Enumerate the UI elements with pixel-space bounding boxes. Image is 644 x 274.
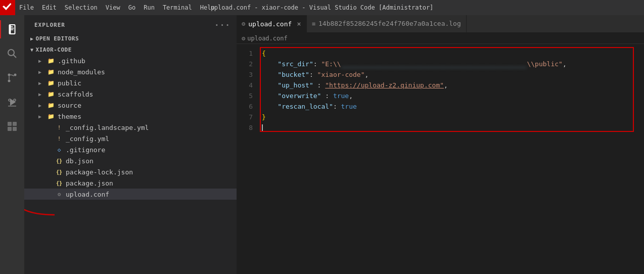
svg-rect-14	[13, 127, 17, 131]
svg-point-3	[8, 50, 14, 56]
code-editor[interactable]: 1 2 3 4 5 6 7 8 { "src_dir": "E:\\______…	[237, 44, 644, 274]
svg-line-4	[14, 55, 17, 58]
explorer-title: EXPLORER	[34, 22, 65, 28]
menu-selection[interactable]: Selection	[61, 0, 102, 15]
tabs-bar: ⚙ upload.conf × ≡ 14b882f85286245fe24f76…	[237, 15, 644, 33]
yaml-icon: !	[55, 134, 64, 143]
activity-bar	[0, 15, 24, 274]
sidebar: EXPLORER ··· ▶ OPEN EDITORS ▼ XIAOR-CODE…	[24, 15, 237, 274]
tree-item-label: scaffolds	[58, 90, 237, 98]
editor-area: ⚙ upload.conf × ≡ 14b882f85286245fe24f76…	[237, 15, 644, 274]
sidebar-header: EXPLORER ···	[24, 15, 237, 33]
menu-run[interactable]: Run	[140, 0, 159, 15]
tree-item-themes[interactable]: ▶ 📁 themes	[24, 111, 237, 122]
svg-point-6	[8, 80, 11, 82]
tree-item-node-modules[interactable]: ▶ 📁 node_modules	[24, 66, 237, 77]
code-line-7: }	[262, 112, 644, 122]
menu-edit[interactable]: Edit	[38, 0, 61, 15]
sidebar-more-button[interactable]: ···	[214, 20, 231, 30]
open-editors-section[interactable]: ▶ OPEN EDITORS	[24, 33, 237, 44]
svg-rect-11	[8, 122, 12, 126]
open-editors-label: OPEN EDITORS	[36, 35, 79, 42]
tab-upload-conf[interactable]: ⚙ upload.conf ×	[237, 15, 307, 32]
breadcrumb-icon: ⚙	[242, 35, 245, 42]
menu-help[interactable]: Help	[196, 0, 219, 15]
vscode-logo	[0, 0, 15, 15]
menu-go[interactable]: Go	[124, 0, 140, 15]
activity-source-control[interactable]	[0, 66, 24, 90]
code-line-1: {	[262, 48, 644, 59]
title-bar: File Edit Selection View Go Run Terminal…	[0, 0, 644, 15]
activity-extensions[interactable]	[0, 114, 24, 139]
main-layout: EXPLORER ··· ▶ OPEN EDITORS ▼ XIAOR-CODE…	[0, 15, 644, 274]
xiaor-code-label: XIAOR-CODE	[36, 47, 72, 53]
folder-arrow: ▶	[38, 80, 47, 86]
tree-item-upload-conf[interactable]: ⚙ upload.conf	[24, 189, 237, 200]
tree-item-config-landscape[interactable]: ! _config.landscape.yml	[24, 122, 237, 133]
breadcrumb-path: upload.conf	[247, 35, 287, 42]
code-line-3: "bucket": "xiaor-code",	[262, 69, 644, 80]
tree-item-source[interactable]: ▶ 📁 source	[24, 100, 237, 111]
tab-log-file[interactable]: ≡ 14b882f85286245fe24f760e7a0a1cea.log	[307, 15, 467, 32]
code-content: { "src_dir": "E:\\______________________…	[257, 44, 644, 274]
tab-close-button[interactable]: ×	[297, 20, 301, 28]
conf-icon: ⚙	[55, 190, 64, 198]
code-line-4: "up_host" : "https://upload-z2.qiniup.co…	[262, 80, 644, 90]
svg-rect-13	[8, 127, 12, 131]
tree-item-package-lock[interactable]: {} package-lock.json	[24, 166, 237, 177]
window-title: upload.conf - xiaor-code - Visual Studio…	[211, 4, 434, 11]
tree-item-config-yml[interactable]: ! _config.yml	[24, 133, 237, 144]
tree-item-label: .gitignore	[66, 146, 237, 154]
xiaor-code-arrow: ▼	[30, 47, 34, 53]
code-line-8	[262, 122, 644, 133]
code-line-6: "rescan_local": true	[262, 101, 644, 112]
svg-point-10	[14, 99, 16, 101]
json-icon: {}	[55, 179, 64, 187]
tree-item-label: themes	[58, 113, 237, 120]
tree-item-gitignore[interactable]: ◇ .gitignore	[24, 144, 237, 155]
tab-label: 14b882f85286245fe24f760e7a0a1cea.log	[318, 20, 461, 27]
breadcrumb: ⚙ upload.conf	[237, 33, 644, 44]
tree-item-public[interactable]: ▶ 📁 public	[24, 77, 237, 88]
menu-view[interactable]: View	[102, 0, 124, 15]
activity-search[interactable]	[0, 41, 24, 66]
tree-item-label: source	[58, 102, 237, 109]
folder-arrow: ▶	[38, 58, 47, 64]
folder-icon: 📁	[47, 57, 56, 65]
code-line-5: "overwrite" : true,	[262, 90, 644, 101]
tab-label: upload.conf	[248, 20, 292, 28]
folder-icon: 📁	[47, 101, 56, 109]
activity-explorer[interactable]	[0, 17, 24, 41]
tree-section: ▶ OPEN EDITORS ▼ XIAOR-CODE ▶ 📁 .github …	[24, 33, 237, 274]
spacer	[24, 200, 237, 225]
tree-item-github[interactable]: ▶ 📁 .github	[24, 55, 237, 66]
code-line-2: "src_dir": "E:\\________________________…	[262, 59, 644, 69]
tree-item-scaffolds[interactable]: ▶ 📁 scaffolds	[24, 88, 237, 100]
json-icon: {}	[55, 168, 64, 176]
tree-item-package-json[interactable]: {} package.json	[24, 177, 237, 189]
svg-rect-1	[11, 28, 14, 29]
menu-terminal[interactable]: Terminal	[159, 0, 196, 15]
tree-item-label: package-lock.json	[66, 168, 237, 176]
xiaor-code-section[interactable]: ▼ XIAOR-CODE	[24, 44, 237, 55]
open-editors-arrow: ▶	[30, 36, 34, 41]
tree-item-label: upload.conf	[66, 191, 237, 198]
folder-arrow: ▶	[38, 69, 47, 75]
activity-run-debug[interactable]	[0, 90, 24, 114]
menu-file[interactable]: File	[15, 0, 38, 15]
tab-conf-icon: ⚙	[242, 20, 245, 27]
svg-rect-0	[11, 26, 13, 27]
folder-arrow: ▶	[38, 92, 47, 97]
svg-point-7	[14, 74, 17, 76]
folder-icon: 📁	[47, 90, 56, 98]
tree-item-label: _config.landscape.yml	[66, 124, 237, 131]
folder-icon: 📁	[47, 68, 56, 76]
gitignore-icon: ◇	[55, 146, 64, 154]
tree-item-label: _config.yml	[66, 135, 237, 143]
json-icon: {}	[55, 157, 64, 165]
svg-rect-2	[11, 29, 14, 30]
svg-point-5	[8, 74, 11, 76]
tree-item-db-json[interactable]: {} db.json	[24, 155, 237, 166]
line-numbers: 1 2 3 4 5 6 7 8	[237, 44, 257, 274]
svg-rect-12	[13, 122, 17, 126]
